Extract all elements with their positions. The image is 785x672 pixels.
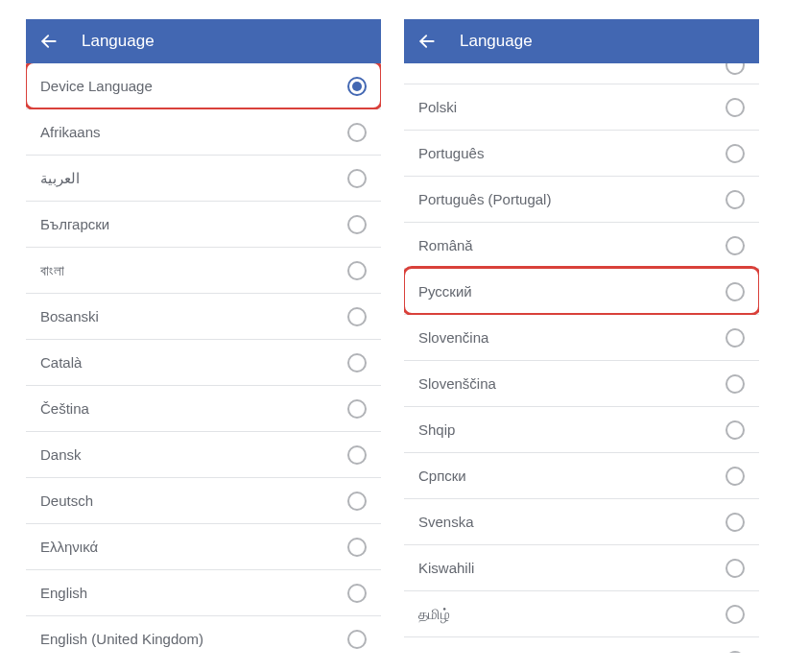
radio-icon[interactable]	[347, 492, 367, 511]
language-option[interactable]: Deutsch	[26, 478, 381, 524]
radio-icon[interactable]	[726, 63, 745, 75]
language-option[interactable]: English	[26, 570, 381, 616]
language-option[interactable]: বাংলা	[26, 248, 381, 294]
radio-icon[interactable]	[726, 559, 745, 578]
language-option[interactable]: Afrikaans	[26, 109, 381, 156]
language-label: Afrikaans	[40, 124, 101, 140]
language-option[interactable]: Svenska	[404, 499, 759, 545]
language-label: தமிழ்	[418, 606, 450, 623]
language-label: Shqip	[418, 421, 455, 438]
language-label: Ελληνικά	[40, 539, 98, 555]
language-option[interactable]: English (United Kingdom)	[26, 616, 381, 653]
language-option[interactable]: Polski	[404, 84, 759, 131]
language-label: Português	[418, 145, 484, 161]
radio-icon[interactable]	[726, 328, 745, 348]
language-label: Deutsch	[40, 492, 93, 509]
comparison-canvas: Language Device LanguageAfrikaansالعربية…	[0, 0, 785, 672]
language-label: Čeština	[40, 400, 89, 417]
language-label: Русский	[418, 283, 472, 300]
radio-icon[interactable]	[347, 169, 367, 188]
language-label: Nederlands	[418, 63, 492, 66]
radio-icon[interactable]	[347, 630, 367, 649]
language-label: Slovenščina	[418, 375, 496, 392]
back-arrow-icon[interactable]	[39, 32, 59, 51]
language-option[interactable]: Русский	[404, 269, 759, 315]
language-option[interactable]: Device Language	[26, 63, 381, 109]
language-option[interactable]: Slovenščina	[404, 361, 759, 407]
radio-icon[interactable]	[347, 123, 367, 142]
radio-icon[interactable]	[347, 584, 367, 603]
radio-icon[interactable]	[726, 513, 745, 532]
language-option[interactable]: Slovenčina	[404, 315, 759, 361]
page-title: Language	[460, 32, 533, 51]
radio-icon[interactable]	[726, 282, 745, 301]
language-label: Slovenčina	[418, 329, 488, 346]
language-option[interactable]: Српски	[404, 453, 759, 499]
radio-icon[interactable]	[347, 538, 367, 557]
radio-icon[interactable]	[726, 98, 745, 117]
language-label: Polski	[418, 99, 457, 115]
radio-icon[interactable]	[347, 261, 367, 280]
phone-right: Language NederlandsPolskiPortuguêsPortug…	[404, 19, 759, 653]
language-label: English (United Kingdom)	[40, 631, 203, 647]
radio-icon[interactable]	[347, 307, 367, 326]
language-option[interactable]: Čeština	[26, 386, 381, 432]
language-option[interactable]: తెలుగు	[404, 637, 759, 653]
back-arrow-icon[interactable]	[417, 32, 437, 51]
language-label: Български	[40, 216, 109, 232]
language-option[interactable]: Dansk	[26, 432, 381, 478]
language-option[interactable]: Nederlands	[404, 63, 759, 84]
radio-icon[interactable]	[347, 77, 367, 96]
language-option[interactable]: Română	[404, 223, 759, 269]
radio-icon[interactable]	[726, 374, 745, 394]
phone-left: Language Device LanguageAfrikaansالعربية…	[26, 19, 381, 653]
language-option[interactable]: Kiswahili	[404, 545, 759, 591]
radio-icon[interactable]	[726, 467, 745, 486]
header: Language	[404, 19, 759, 63]
language-label: বাংলা	[40, 262, 64, 279]
page-title: Language	[82, 32, 155, 51]
radio-icon[interactable]	[347, 399, 367, 419]
language-label: తెలుగు	[418, 652, 463, 653]
language-label: Српски	[418, 468, 466, 484]
radio-icon[interactable]	[726, 236, 745, 255]
language-option[interactable]: Ελληνικά	[26, 524, 381, 570]
language-label: Kiswahili	[418, 560, 474, 576]
language-label: العربية	[40, 170, 80, 187]
radio-icon[interactable]	[347, 215, 367, 234]
radio-icon[interactable]	[726, 605, 745, 624]
language-option[interactable]: Bosanski	[26, 294, 381, 340]
language-label: Device Language	[40, 78, 153, 94]
language-list[interactable]: NederlandsPolskiPortuguêsPortuguês (Port…	[404, 63, 759, 653]
language-option[interactable]: Shqip	[404, 407, 759, 453]
language-label: Română	[418, 237, 473, 253]
language-option[interactable]: Português (Portugal)	[404, 177, 759, 223]
radio-icon[interactable]	[347, 353, 367, 372]
language-option[interactable]: தமிழ்	[404, 591, 759, 637]
radio-icon[interactable]	[726, 651, 745, 654]
language-option[interactable]: Português	[404, 131, 759, 177]
language-label: Português (Portugal)	[418, 191, 551, 207]
language-label: Català	[40, 354, 82, 371]
language-option[interactable]: العربية	[26, 156, 381, 202]
header: Language	[26, 19, 381, 63]
radio-icon[interactable]	[726, 190, 745, 209]
language-label: English	[40, 585, 87, 601]
radio-icon[interactable]	[726, 144, 745, 163]
language-option[interactable]: Български	[26, 202, 381, 248]
language-label: Svenska	[418, 514, 474, 530]
language-option[interactable]: Català	[26, 340, 381, 386]
language-list[interactable]: Device LanguageAfrikaansالعربيةБългарски…	[26, 63, 381, 653]
language-label: Dansk	[40, 446, 82, 463]
radio-icon[interactable]	[347, 445, 367, 465]
radio-icon[interactable]	[726, 420, 745, 440]
language-label: Bosanski	[40, 308, 99, 324]
